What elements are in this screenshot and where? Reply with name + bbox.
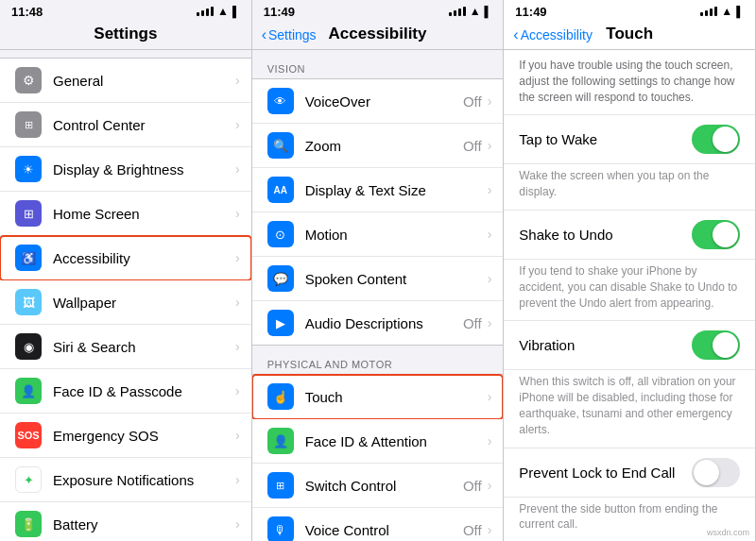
- chevron-icon: ›: [235, 472, 240, 487]
- nav-header-2: ‹ Settings Accessibility: [252, 21, 504, 50]
- battery-icon: ▌: [232, 6, 240, 17]
- audio-desc-label: Audio Descriptions: [305, 315, 463, 331]
- chevron-icon: ›: [488, 433, 492, 448]
- settings-list: ⚙ General › ⊞ Control Center › ☀ Display…: [0, 50, 251, 541]
- chevron-icon: ›: [235, 117, 240, 132]
- control-center-icon: ⊞: [15, 111, 42, 138]
- prevent-lock-item: Prevent Lock to End Call: [504, 448, 755, 498]
- physical-motor-header: PHYSICAL AND MOTOR: [252, 346, 504, 374]
- shake-to-undo-toggle[interactable]: [692, 220, 740, 249]
- chevron-icon: ›: [235, 161, 240, 177]
- back-label-2: Settings: [268, 27, 317, 42]
- back-chevron-3: ‹: [513, 26, 518, 43]
- prevent-lock-toggle[interactable]: [692, 458, 740, 487]
- faceid-label: Face ID & Passcode: [53, 383, 235, 399]
- audio-desc-value: Off: [463, 315, 482, 331]
- status-icons-3: ▲ ▌: [700, 5, 744, 18]
- panel-touch: 11:49 ▲ ▌ ‹ Accessibility Touch If you h…: [504, 0, 756, 541]
- zoom-value: Off: [463, 138, 482, 154]
- settings-item-control-center[interactable]: ⊞ Control Center ›: [0, 103, 251, 147]
- chevron-icon: ›: [235, 516, 240, 532]
- settings-item-general[interactable]: ⚙ General ›: [0, 59, 251, 103]
- acc-item-faceid-attention[interactable]: 👤 Face ID & Attention ›: [252, 419, 504, 464]
- acc-item-switch-control[interactable]: ⊞ Switch Control Off ›: [252, 464, 504, 508]
- tap-to-wake-toggle[interactable]: [692, 125, 740, 154]
- chevron-icon: ›: [235, 295, 240, 310]
- signal-icon-2: [449, 7, 466, 16]
- status-bar-1: 11:48 ▲ ▌: [0, 0, 251, 21]
- display-label: Display & Brightness: [53, 161, 235, 178]
- vision-header: VISION: [252, 50, 504, 78]
- watermark: wsxdn.com: [707, 528, 749, 537]
- nav-header-3: ‹ Accessibility Touch: [504, 21, 755, 50]
- wifi-icon-2: ▲: [470, 5, 481, 18]
- acc-item-voiceover[interactable]: 👁 VoiceOver Off ›: [252, 79, 504, 124]
- battery-menu-icon: 🔋: [15, 511, 42, 537]
- chevron-icon: ›: [488, 522, 492, 537]
- acc-item-touch[interactable]: ☝ Touch ›: [252, 375, 504, 419]
- back-label-3: Accessibility: [521, 27, 593, 42]
- settings-item-exposure[interactable]: ✦ Exposure Notifications ›: [0, 458, 251, 502]
- accessibility-label: Accessibility: [53, 250, 235, 266]
- voiceover-icon: 👁: [267, 88, 294, 114]
- settings-item-emergency[interactable]: SOS Emergency SOS ›: [0, 414, 251, 458]
- settings-item-battery[interactable]: 🔋 Battery ›: [0, 502, 251, 541]
- display-icon: ☀: [15, 156, 42, 182]
- settings-item-display[interactable]: ☀ Display & Brightness ›: [0, 147, 251, 192]
- acc-item-motion[interactable]: ⊙ Motion ›: [252, 212, 504, 257]
- voice-control-value: Off: [463, 522, 482, 538]
- settings-item-siri[interactable]: ◉ Siri & Search ›: [0, 325, 251, 369]
- battery-icon-3: ▌: [736, 6, 744, 17]
- voiceover-value: Off: [463, 93, 482, 110]
- wifi-icon: ▲: [217, 5, 229, 18]
- vibration-toggle[interactable]: [692, 330, 740, 360]
- siri-icon: ◉: [15, 333, 42, 360]
- acc-item-zoom[interactable]: 🔍 Zoom Off ›: [252, 124, 504, 168]
- spoken-icon: 💬: [267, 265, 294, 292]
- accessibility-list: VISION 👁 VoiceOver Off › 🔍 Zoom Off › AA…: [252, 50, 504, 541]
- acc-item-spoken[interactable]: 💬 Spoken Content ›: [252, 257, 504, 301]
- acc-item-audio-desc[interactable]: ▶ Audio Descriptions Off ›: [252, 301, 504, 345]
- status-icons-1: ▲ ▌: [197, 5, 240, 18]
- home-screen-icon: ⊞: [15, 200, 42, 227]
- voiceover-label: VoiceOver: [305, 93, 463, 110]
- shake-to-undo-desc: If you tend to shake your iPhone by acci…: [504, 260, 755, 320]
- vibration-section: Vibration When this switch is off, all v…: [504, 321, 755, 448]
- wifi-icon-3: ▲: [721, 5, 732, 18]
- chevron-icon: ›: [235, 73, 240, 88]
- panel-settings: 11:48 ▲ ▌ Settings ⚙ General › ⊞ Control…: [0, 0, 252, 541]
- chevron-icon: ›: [488, 478, 492, 493]
- chevron-icon: ›: [235, 206, 240, 221]
- settings-item-accessibility[interactable]: ♿ Accessibility ›: [0, 236, 251, 280]
- emergency-icon: SOS: [15, 422, 42, 448]
- back-button-2[interactable]: ‹ Settings: [262, 26, 317, 43]
- touch-label: Touch: [305, 389, 488, 405]
- tap-to-wake-section: Tap to Wake Wake the screen when you tap…: [504, 115, 755, 211]
- display-text-label: Display & Text Size: [305, 182, 488, 198]
- back-chevron-2: ‹: [262, 26, 266, 43]
- chevron-icon: ›: [488, 227, 492, 242]
- time-3: 11:49: [515, 5, 546, 19]
- exposure-label: Exposure Notifications: [53, 472, 235, 488]
- siri-label: Siri & Search: [53, 339, 235, 355]
- general-label: General: [53, 73, 235, 89]
- acc-item-voice-control[interactable]: 🎙 Voice Control Off ›: [252, 508, 504, 541]
- status-icons-2: ▲ ▌: [449, 5, 492, 18]
- vibration-desc: When this switch is off, all vibration o…: [504, 370, 755, 447]
- vision-group: 👁 VoiceOver Off › 🔍 Zoom Off › AA Displa…: [252, 78, 504, 346]
- settings-item-home-screen[interactable]: ⊞ Home Screen ›: [0, 192, 251, 236]
- signal-icon-3: [700, 7, 717, 16]
- acc-item-display-text[interactable]: AA Display & Text Size ›: [252, 168, 504, 212]
- panel-accessibility: 11:49 ▲ ▌ ‹ Settings Accessibility VISIO…: [252, 0, 505, 541]
- control-center-label: Control Center: [53, 117, 235, 133]
- shake-to-undo-label: Shake to Undo: [519, 227, 692, 243]
- back-button-3[interactable]: ‹ Accessibility: [513, 26, 593, 43]
- settings-group-main: ⚙ General › ⊞ Control Center › ☀ Display…: [0, 58, 251, 541]
- tap-to-wake-label: Tap to Wake: [519, 131, 692, 147]
- settings-item-wallpaper[interactable]: 🖼 Wallpaper ›: [0, 280, 251, 325]
- settings-item-faceid[interactable]: 👤 Face ID & Passcode ›: [0, 369, 251, 414]
- chevron-icon: ›: [488, 389, 492, 404]
- audio-desc-icon: ▶: [267, 310, 294, 336]
- motion-icon: ⊙: [267, 221, 294, 247]
- status-bar-3: 11:49 ▲ ▌: [504, 0, 755, 21]
